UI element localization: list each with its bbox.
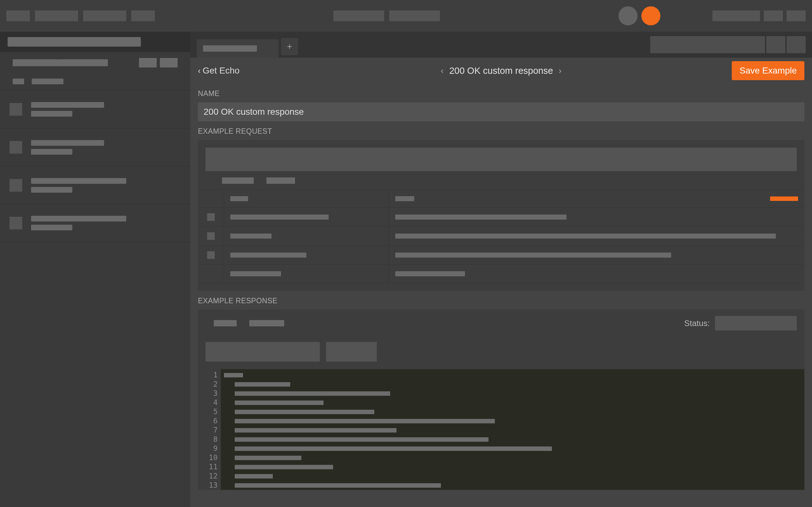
param-value-input[interactable]: [395, 271, 465, 276]
params-header-value: [395, 196, 414, 201]
params-row-empty: [198, 264, 804, 283]
topbar-right-item[interactable]: [786, 10, 806, 21]
sidebar-meta-row: [0, 73, 190, 90]
collection-icon: [9, 141, 22, 154]
request-subtabs: [206, 177, 797, 184]
example-response-label: EXAMPLE RESPONSE: [198, 297, 804, 305]
param-key-input[interactable]: [230, 271, 281, 276]
topbar-item[interactable]: [131, 10, 155, 21]
chevron-right-icon[interactable]: ›: [559, 66, 562, 76]
example-content: NAME EXAMPLE REQUEST: [190, 89, 812, 490]
topbar-right-item[interactable]: [764, 10, 783, 21]
topbar-center-group: [155, 10, 618, 21]
back-link[interactable]: ‹ Get Echo: [198, 66, 240, 76]
param-value-input[interactable]: [395, 252, 671, 258]
topbar-item[interactable]: [35, 10, 78, 21]
tab-label: [203, 45, 257, 52]
param-checkbox[interactable]: [207, 213, 215, 221]
example-name-input[interactable]: [198, 102, 804, 121]
plus-icon: +: [287, 42, 292, 52]
param-key-input[interactable]: [230, 252, 306, 258]
sidebar-item-title: [31, 178, 126, 184]
main-content: + ‹ Get Echo ‹ 200 OK custom response › …: [190, 32, 812, 507]
sidebar-item-title: [31, 102, 104, 108]
add-tab-button[interactable]: +: [281, 38, 298, 55]
sidebar-item[interactable]: [0, 128, 190, 166]
sidebar-item-title: [31, 216, 126, 222]
param-value-input[interactable]: [395, 215, 566, 220]
save-example-button[interactable]: Save Example: [732, 61, 804, 80]
params-row: [198, 226, 804, 245]
sidebar-item-sub: [31, 111, 72, 117]
response-subtabs: [206, 320, 284, 326]
code-lines[interactable]: [221, 369, 804, 490]
topbar-center-item[interactable]: [389, 10, 440, 21]
breadcrumb-row: ‹ Get Echo ‹ 200 OK custom response › Sa…: [190, 58, 812, 83]
sidebar-item[interactable]: [0, 166, 190, 204]
settings-button[interactable]: [786, 36, 806, 53]
name-label: NAME: [198, 89, 804, 98]
example-title-nav: ‹ 200 OK custom response ›: [441, 66, 562, 76]
example-request-panel: [198, 140, 804, 291]
topbar-right-item[interactable]: [712, 10, 760, 21]
topbar-item[interactable]: [6, 10, 30, 21]
params-row: [198, 245, 804, 264]
status-label: Status:: [684, 319, 710, 328]
body-type-selector[interactable]: [206, 342, 320, 361]
topbar-left-group: [6, 10, 155, 21]
response-subtab[interactable]: [249, 320, 284, 326]
sidebar-item[interactable]: [0, 90, 190, 128]
sidebar: [0, 32, 190, 507]
env-quicklook-button[interactable]: [766, 36, 785, 53]
sync-icon[interactable]: [618, 6, 638, 25]
sidebar-action[interactable]: [139, 58, 157, 67]
param-value-input[interactable]: [395, 233, 776, 239]
sidebar-action[interactable]: [160, 58, 177, 67]
bulk-edit-link[interactable]: [770, 196, 798, 201]
response-body-editor[interactable]: 12345678910111213: [198, 369, 804, 490]
sidebar-tab[interactable]: [57, 59, 108, 66]
response-subtab[interactable]: [214, 320, 237, 326]
sidebar-meta: [13, 78, 24, 84]
collection-icon: [9, 179, 22, 192]
request-subtab[interactable]: [266, 177, 295, 184]
topbar-item[interactable]: [83, 10, 126, 21]
sidebar-item-sub: [31, 149, 72, 155]
collection-icon: [9, 103, 22, 116]
example-request-label: EXAMPLE REQUEST: [198, 127, 804, 135]
status-code-input[interactable]: [715, 316, 797, 331]
app-topbar: [0, 0, 812, 32]
param-key-input[interactable]: [230, 233, 271, 239]
tabs-right-controls: [650, 36, 806, 53]
user-avatar[interactable]: [641, 6, 660, 25]
params-header-row: [198, 189, 804, 207]
environment-selector[interactable]: [650, 36, 765, 53]
sidebar-tabs-row: [0, 53, 190, 73]
params-table: [198, 189, 804, 283]
param-key-input[interactable]: [230, 215, 328, 220]
request-tab[interactable]: [197, 39, 278, 58]
sidebar-filter-row: [0, 32, 190, 52]
body-format-selector[interactable]: [326, 342, 377, 361]
chevron-left-icon: ‹: [198, 66, 201, 76]
request-url-bar[interactable]: [206, 148, 797, 171]
request-subtab[interactable]: [222, 177, 254, 184]
param-checkbox[interactable]: [207, 232, 215, 240]
params-header-key: [230, 196, 248, 201]
param-checkbox[interactable]: [207, 251, 215, 259]
collection-icon: [9, 217, 22, 229]
sidebar-item-sub: [31, 187, 72, 193]
sidebar-meta: [32, 78, 63, 84]
sidebar-filter-input[interactable]: [8, 37, 141, 47]
sidebar-item-title: [31, 140, 104, 146]
sidebar-item[interactable]: [0, 204, 190, 242]
topbar-center-item[interactable]: [334, 10, 384, 21]
sidebar-tab[interactable]: [13, 59, 57, 66]
chevron-left-icon[interactable]: ‹: [441, 66, 444, 76]
params-row: [198, 207, 804, 226]
sidebar-item-sub: [31, 225, 72, 230]
response-body-toolbar: [198, 337, 804, 369]
example-title: 200 OK custom response: [449, 66, 553, 76]
tabs-strip: +: [190, 32, 812, 58]
topbar-right-group: [618, 6, 806, 25]
